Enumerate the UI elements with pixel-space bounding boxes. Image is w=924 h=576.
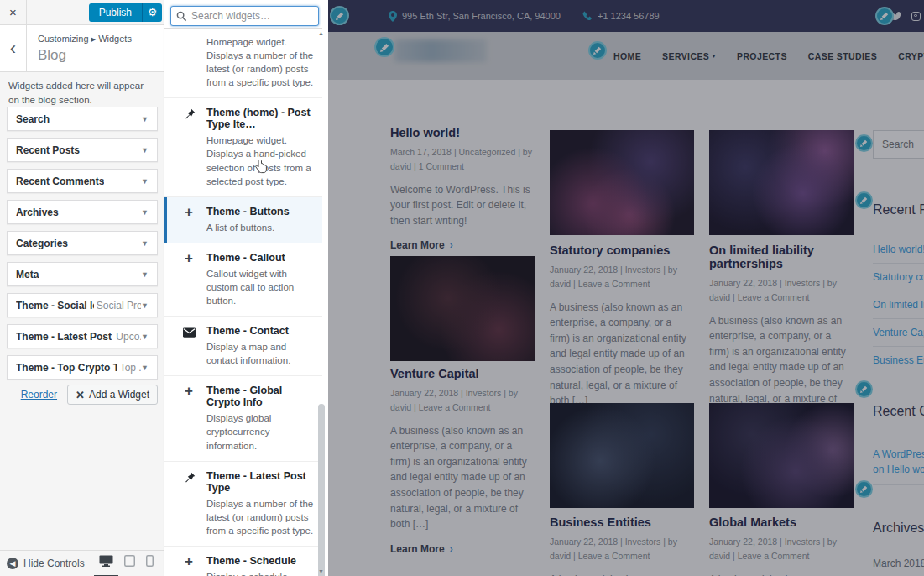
chevron-down-icon: ▼ (141, 333, 149, 341)
learn-more-link[interactable]: Learn More› (390, 239, 535, 251)
widget-row-archives[interactable]: Archives ▼ (7, 200, 158, 224)
nav-item-home[interactable]: HOME (613, 51, 641, 61)
main-nav: HOME SERVICES ▾ PROJECTS CASE STUDIES CR… (613, 32, 924, 80)
post-title[interactable]: Venture Capital (390, 367, 535, 380)
desktop-preview-icon[interactable] (99, 555, 113, 573)
widget-row-latest-post-type[interactable]: Theme - Latest Post Type: Upco... ▼ (7, 324, 158, 348)
widget-picker-item-title: Theme - Contact (206, 325, 316, 337)
mobile-preview-icon[interactable] (146, 555, 154, 573)
edit-pencil-icon[interactable] (330, 6, 349, 25)
scrollbar-thumb[interactable] (318, 404, 325, 576)
post-thumbnail[interactable] (709, 403, 854, 508)
widget-row-search[interactable]: Search ▼ (7, 107, 158, 131)
widget-row-categories[interactable]: Categories ▼ (7, 231, 158, 255)
widget-picker-item[interactable]: Theme - Latest Post Type Displays a numb… (164, 462, 322, 547)
post-meta: January 22, 2018 | Investors | by david … (709, 276, 854, 306)
post-meta: March 17, 2018 | Uncategorized | by davi… (390, 145, 535, 175)
post-excerpt: A business (also known as an (550, 572, 694, 576)
post-thumbnail[interactable] (550, 403, 694, 508)
widget-row-label: Search (16, 113, 50, 125)
widget-picker-item-title: Theme - Schedule (206, 555, 316, 567)
recent-post-link[interactable]: Statutory companies (873, 264, 924, 291)
post-card: Hello world! March 17, 2018 | Uncategori… (390, 126, 535, 251)
recent-post-link[interactable]: On limited liability partnerships (873, 291, 924, 319)
widget-row-social-icons[interactable]: Theme - Social Icons: Social Pres... ▼ (7, 293, 158, 317)
sidebar-search-input[interactable] (873, 130, 924, 159)
widget-picker-item[interactable]: + Theme - Callout Callout widget with cu… (164, 243, 322, 317)
edit-pencil-icon[interactable] (855, 134, 873, 152)
widget-picker-item-title: Theme - Latest Post Type (206, 470, 316, 494)
chevron-down-icon: ▼ (141, 177, 149, 186)
widget-picker-item[interactable]: Theme - Contact Display a map and contac… (164, 317, 322, 376)
picker-scrollbar[interactable]: ▲ ▼ (316, 30, 326, 574)
reorder-link[interactable]: Reorder (21, 389, 57, 401)
plus-icon: + (179, 253, 199, 307)
hide-controls-label: Hide Controls (23, 558, 85, 569)
widget-picker-item-title: Theme - Global Crypto Info (206, 385, 316, 408)
scroll-up-icon[interactable]: ▲ (316, 30, 326, 36)
widget-row-label: Archives (16, 207, 59, 218)
widget-picker-item[interactable]: + Theme - Global Crypto Info Displays gl… (164, 376, 322, 461)
site-logo[interactable] (394, 39, 487, 62)
widget-picker-item-description: A list of buttons. (206, 221, 316, 234)
archive-link[interactable]: March 2018 (873, 551, 924, 576)
post-excerpt: A business (also known as an enterprise,… (550, 300, 694, 409)
learn-more-link[interactable]: Learn More› (390, 543, 535, 555)
edit-pencil-icon[interactable] (855, 191, 873, 209)
edit-pencil-icon[interactable] (588, 41, 607, 60)
publish-button[interactable]: Publish (89, 3, 142, 22)
recent-comment-link[interactable]: A WordPress Commenter on Hello world! (873, 439, 924, 485)
edit-pencil-icon[interactable] (374, 37, 394, 57)
widget-picker-item-highlighted[interactable]: + Theme - Buttons A list of buttons. (164, 197, 322, 243)
widget-row-label: Recent Comments (16, 175, 104, 187)
widget-picker-item-partial[interactable]: Homepage widget. Displays a number of th… (164, 29, 322, 98)
recent-post-link[interactable]: Business Entities (873, 347, 924, 374)
tablet-preview-icon[interactable] (124, 555, 135, 573)
chevron-down-icon: ▼ (141, 270, 149, 279)
post-title[interactable]: Hello world! (390, 126, 535, 139)
post-title[interactable]: Statutory companies (550, 243, 694, 257)
post-title[interactable]: Global Markets (709, 516, 854, 529)
recent-posts-heading: Recent Posts (873, 202, 924, 217)
widget-picker-item[interactable]: Theme (home) - Post Type Ite… Homepage w… (164, 98, 322, 196)
search-icon (176, 11, 187, 22)
search-widgets-input[interactable] (191, 10, 321, 22)
nav-item-projects[interactable]: PROJECTS (737, 51, 787, 61)
nav-item-services[interactable]: SERVICES ▾ (662, 51, 716, 61)
panel-title: Blog (38, 47, 66, 64)
widget-picker-item[interactable]: + Theme - Schedule Display a schedule. (164, 547, 322, 576)
chevron-down-icon: ▼ (141, 115, 149, 123)
phone-icon (582, 11, 593, 21)
widget-row-recent-comments[interactable]: Recent Comments ▼ (7, 169, 158, 193)
post-thumbnail[interactable] (709, 130, 854, 235)
phone-item: +1 1234 56789 (582, 11, 660, 21)
post-title[interactable]: On limited liability partnerships (709, 243, 854, 270)
gear-icon[interactable]: ⚙ (142, 3, 162, 22)
post-card: Business Entities January 22, 2018 | Inv… (550, 516, 694, 576)
mail-icon (179, 326, 199, 367)
scroll-down-icon[interactable]: ▼ (316, 568, 326, 574)
post-thumbnail[interactable] (550, 130, 694, 235)
back-arrow-icon[interactable]: ‹ (0, 25, 27, 72)
add-widget-button[interactable]: ✕ Add a Widget (67, 385, 158, 405)
widget-picker-item-description: Displays a number of the latest (or rand… (206, 497, 316, 537)
hide-controls-button[interactable]: ◀ Hide Controls (7, 558, 85, 569)
recent-post-link[interactable]: Venture Capital (873, 319, 924, 347)
post-title[interactable]: Business Entities (550, 516, 694, 529)
widget-picker-list: Homepage widget. Displays a number of th… (164, 28, 322, 576)
nav-item-crypto[interactable]: CRYPTO (898, 51, 924, 61)
edit-pencil-icon[interactable] (875, 7, 894, 25)
edit-pencil-icon[interactable] (855, 480, 873, 498)
post-thumbnail[interactable] (390, 256, 535, 361)
widget-row-label: Meta (16, 269, 39, 280)
close-icon[interactable]: × (0, 0, 27, 25)
widget-row-recent-posts[interactable]: Recent Posts ▼ (7, 138, 158, 162)
recent-post-link[interactable]: Hello world! (873, 236, 924, 264)
chevron-right-icon: › (450, 543, 453, 555)
widget-row-meta[interactable]: Meta ▼ (7, 262, 158, 286)
widget-row-top-crypto-ticker[interactable]: Theme - Top Crypto Ticker: Top ... ▼ (7, 355, 158, 380)
nav-item-case-studies[interactable]: CASE STUDIES (808, 51, 877, 61)
edit-pencil-icon[interactable] (855, 380, 873, 398)
instagram-icon[interactable] (911, 12, 921, 21)
plus-icon: + (179, 207, 199, 234)
